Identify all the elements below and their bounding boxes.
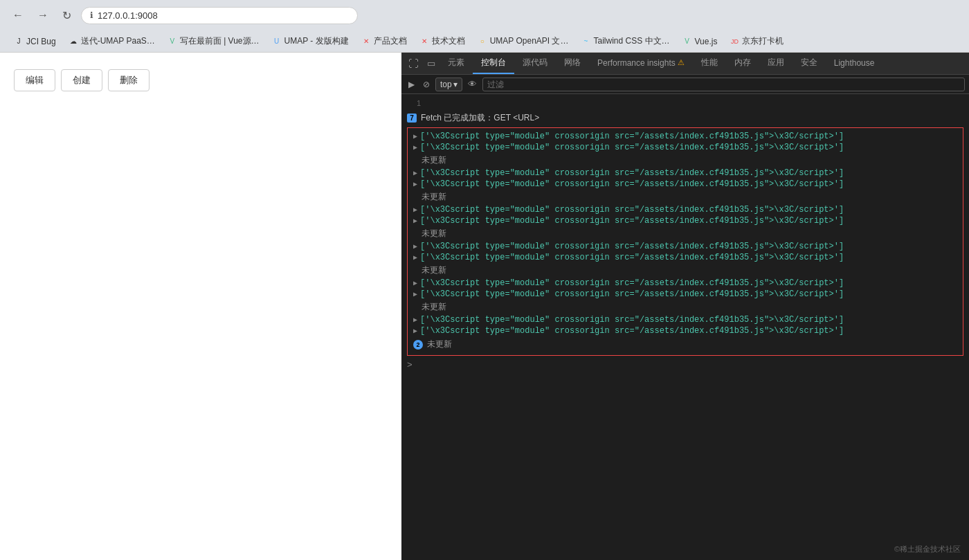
circle-badge: 2 [413, 340, 423, 350]
tab-security[interactable]: 安全 [793, 53, 826, 74]
bookmark-favicon-product-docs: ✕ [361, 37, 371, 46]
script-content-1b: ['\x3Cscript type="module" crossorigin s… [420, 143, 844, 152]
fetch-badge: 7 [407, 114, 417, 123]
console-play-button[interactable]: ▶ [406, 78, 417, 91]
bookmark-label: 写在最前面 | Vue源… [180, 35, 260, 47]
expand-arrow-4a[interactable]: ▶ [413, 242, 417, 251]
bookmark-favicon-jd: JD [730, 37, 739, 46]
script-line-5b: ▶ ['\x3Cscript type="module" crossorigin… [408, 289, 963, 300]
expand-arrow-1b[interactable]: ▶ [413, 143, 417, 152]
script-line-5a: ▶ ['\x3Cscript type="module" crossorigin… [408, 278, 963, 289]
bookmark-label: UMAP - 发版构建 [284, 35, 349, 47]
expand-arrow-2a[interactable]: ▶ [413, 169, 417, 177]
script-line-6b: ▶ ['\x3Cscript type="module" crossorigin… [408, 325, 963, 336]
expand-arrow-3b[interactable]: ▶ [413, 217, 417, 225]
expand-arrow-3a[interactable]: ▶ [413, 206, 417, 214]
address-text: 127.0.0.1:9008 [98, 10, 158, 21]
filter-input[interactable] [482, 78, 965, 91]
bookmark-tech-docs[interactable]: ✕ 技术文档 [414, 34, 471, 48]
device-toggle-button[interactable]: ▭ [423, 55, 440, 71]
edit-button[interactable]: 编辑 [14, 69, 55, 91]
bookmark-label: 京东打卡机 [742, 35, 784, 47]
circle-not-updated: 未更新 [427, 338, 452, 350]
script-content-2b: ['\x3Cscript type="module" crossorigin s… [420, 179, 844, 189]
script-content-4b: ['\x3Cscript type="module" crossorigin s… [420, 253, 844, 262]
console-toolbar: ▶ ⊘ top ▾ 👁 [401, 75, 969, 94]
tab-elements[interactable]: 元素 [440, 53, 473, 74]
devtools-panel: ⛶ ▭ 元素 控制台 源代码 网络 Performance insights ⚠… [401, 53, 969, 560]
expand-arrow-1a[interactable]: ▶ [413, 132, 417, 141]
back-button[interactable]: ← [8, 8, 28, 23]
not-updated-5: 未更新 [408, 300, 963, 314]
left-panel: 编辑 创建 删除 [0, 53, 401, 560]
eye-button[interactable]: 👁 [465, 78, 480, 91]
script-content-1a: ['\x3Cscript type="module" crossorigin s… [420, 132, 844, 141]
fetch-line: 7 Fetch 已完成加载：GET <URL> [401, 110, 969, 126]
script-content-6b: ['\x3Cscript type="module" crossorigin s… [420, 326, 844, 336]
console-block-button[interactable]: ⊘ [420, 78, 433, 91]
nav-bar: ← → ↻ ℹ 127.0.0.1:9008 [0, 0, 969, 30]
bookmark-label: JCI Bug [26, 37, 56, 46]
script-content-6a: ['\x3Cscript type="module" crossorigin s… [420, 315, 844, 325]
bookmark-umap-paas[interactable]: ☁ 送代-UMAP PaaS… [63, 34, 161, 48]
delete-button[interactable]: 删除 [108, 69, 150, 91]
bookmark-jd[interactable]: JD 京东打卡机 [724, 34, 789, 48]
script-content-3a: ['\x3Cscript type="module" crossorigin s… [420, 205, 844, 215]
context-label: top [440, 80, 452, 89]
fetch-text: Fetch 已完成加载：GET <URL> [421, 112, 539, 124]
tab-lighthouse[interactable]: Lighthouse [826, 54, 883, 73]
bookmark-vue[interactable]: V 写在最前面 | Vue源… [162, 34, 265, 48]
expand-arrow-2b[interactable]: ▶ [413, 180, 417, 188]
console-prompt[interactable]: > [401, 357, 969, 372]
tab-performance-insights-label: Performance insights [597, 58, 676, 68]
bookmark-favicon-vue: V [167, 37, 177, 46]
bookmark-label: UMAP OpenAPI 文… [490, 35, 569, 47]
tab-sources[interactable]: 源代码 [514, 53, 556, 74]
script-line-3b: ▶ ['\x3Cscript type="module" crossorigin… [408, 215, 963, 226]
expand-arrow-5b[interactable]: ▶ [413, 290, 417, 298]
bookmarks-bar: J JCI Bug ☁ 送代-UMAP PaaS… V 写在最前面 | Vue源… [0, 30, 969, 53]
warning-icon: ⚠ [678, 58, 685, 67]
bookmark-favicon-tailwind: ~ [581, 37, 590, 46]
tab-network[interactable]: 网络 [556, 53, 589, 74]
tab-performance-insights[interactable]: Performance insights ⚠ [589, 54, 693, 73]
expand-arrow-5a[interactable]: ▶ [413, 279, 417, 287]
bookmark-favicon-openapi: ○ [478, 37, 487, 46]
script-content-5a: ['\x3Cscript type="module" crossorigin s… [420, 278, 844, 288]
tab-console[interactable]: 控制台 [473, 53, 514, 74]
bookmark-favicon-umap-deploy: U [272, 37, 282, 46]
expand-arrow-6a[interactable]: ▶ [413, 316, 417, 324]
tab-application[interactable]: 应用 [759, 53, 793, 74]
bookmark-jci[interactable]: J JCI Bug [8, 35, 62, 48]
script-content-4a: ['\x3Cscript type="module" crossorigin s… [420, 242, 844, 251]
address-bar[interactable]: ℹ 127.0.0.1:9008 [81, 7, 358, 24]
bookmark-favicon-jci: J [14, 37, 24, 46]
script-line-1b: ▶ ['\x3Cscript type="module" crossorigin… [408, 142, 963, 153]
context-selector[interactable]: top ▾ [435, 78, 462, 91]
script-line-4a: ▶ ['\x3Cscript type="module" crossorigin… [408, 241, 963, 252]
create-button[interactable]: 创建 [61, 69, 102, 91]
bookmark-product-docs[interactable]: ✕ 产品文档 [356, 34, 413, 48]
chevron-down-icon: ▾ [453, 80, 458, 89]
bookmark-openapi[interactable]: ○ UMAP OpenAPI 文… [472, 34, 574, 48]
tab-memory[interactable]: 内存 [726, 53, 759, 74]
inspect-element-button[interactable]: ⛶ [404, 55, 423, 72]
expand-arrow-4b[interactable]: ▶ [413, 253, 417, 262]
script-content-5b: ['\x3Cscript type="module" crossorigin s… [420, 289, 844, 299]
bookmark-umap-deploy[interactable]: U UMAP - 发版构建 [266, 34, 354, 48]
bookmark-label: Tailwind CSS 中文… [593, 35, 669, 47]
script-content-2a: ['\x3Cscript type="module" crossorigin s… [420, 168, 844, 178]
not-updated-1: 未更新 [408, 153, 963, 168]
forward-button[interactable]: → [33, 8, 53, 23]
expand-arrow-6b[interactable]: ▶ [413, 327, 417, 335]
tab-performance[interactable]: 性能 [693, 53, 726, 74]
bookmark-tailwind[interactable]: ~ Tailwind CSS 中文… [575, 34, 675, 48]
console-line-number-row: 1 [401, 97, 969, 110]
reload-button[interactable]: ↻ [58, 8, 75, 24]
fetch-label: Fetch 已完成加载：GET [421, 113, 511, 123]
bookmark-label: 技术文档 [432, 35, 465, 47]
script-line-6a: ▶ ['\x3Cscript type="module" crossorigin… [408, 314, 963, 325]
not-updated-3: 未更新 [408, 226, 963, 241]
footer-credit: ©稀土掘金技术社区 [894, 544, 961, 554]
bookmark-vuejs[interactable]: V Vue.js [677, 35, 723, 48]
